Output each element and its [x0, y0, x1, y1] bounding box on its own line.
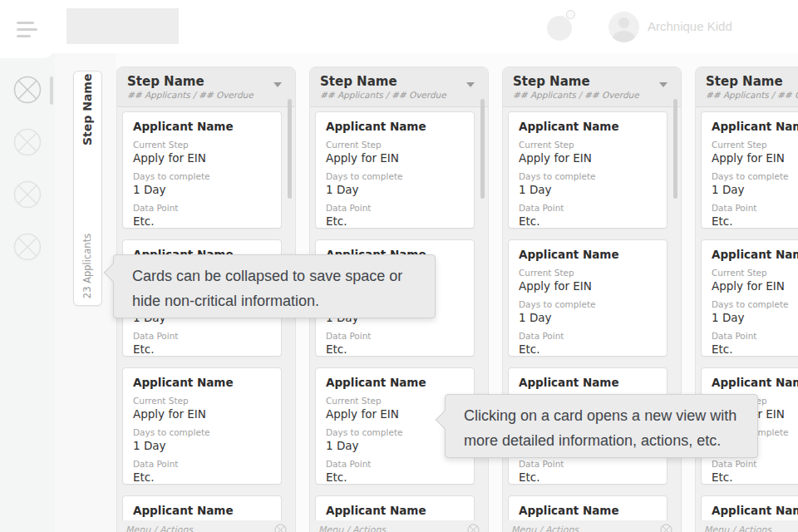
card-field-value: Etc. [519, 470, 657, 484]
tooltip-text: Cards can be collapsed to save space or … [132, 268, 402, 309]
card-field-label: Current Step [519, 268, 657, 278]
column-scrollbar[interactable] [673, 99, 677, 199]
card-field-label: Current Step [519, 140, 657, 150]
applicant-card[interactable]: Applicant NameCurrent StepApply for EIND… [701, 111, 798, 229]
card-field-label: Data Point [133, 203, 271, 213]
card-field-label: Data Point [326, 459, 464, 469]
card-field-value: Apply for EIN [519, 151, 657, 165]
applicant-name: Applicant Name [712, 376, 798, 389]
column-card-list: Applicant NameCurrent StepApply for EIND… [315, 111, 475, 532]
applicant-name: Applicant Name [519, 504, 657, 517]
column-card-list: Applicant NameCurrent StepApply for EIND… [701, 111, 798, 532]
user-name[interactable]: Archnique Kidd [648, 19, 732, 33]
applicant-name: Applicant Name [133, 376, 271, 389]
applicant-card[interactable]: Applicant NameCurrent StepApply for EIND… [701, 239, 798, 357]
card-field-label: Current Step [712, 268, 798, 278]
card-field-value: 1 Day [519, 183, 657, 196]
card-field-label: Data Point [712, 331, 798, 341]
card-field-label: Data Point [519, 203, 657, 213]
card-field-value: Etc. [519, 342, 657, 356]
applicant-name: Applicant Name [712, 248, 798, 261]
card-field-value: 1 Day [133, 183, 271, 196]
card-field-label: Current Step [133, 396, 271, 406]
card-field-value: 1 Day [519, 311, 657, 324]
circle-x-icon[interactable] [660, 524, 672, 532]
chevron-down-icon[interactable] [659, 82, 667, 87]
circle-x-icon[interactable] [467, 524, 480, 532]
column-subtitle: ## Applicants / ## Overdue [320, 90, 478, 100]
card-field-label: Data Point [519, 331, 657, 341]
column-footer-label: Menu / Actions [511, 525, 579, 532]
card-field-label: Data Point [519, 459, 657, 469]
card-field-value: 1 Day [133, 439, 271, 452]
card-field-label: Days to complete [326, 171, 464, 181]
card-field-value: Etc. [712, 342, 798, 356]
card-field-value: Etc. [519, 214, 657, 228]
column-header[interactable]: Step Name## Applicants / ## Overdue [696, 67, 798, 107]
column-scrollbar[interactable] [480, 99, 485, 199]
column-subtitle: ## Applicants / ## Overdue [706, 90, 798, 100]
column-footer-label: Menu / Actions [126, 525, 193, 532]
card-field-label: Days to complete [133, 171, 271, 181]
card-field-value: Apply for EIN [133, 151, 271, 165]
column-scrollbar[interactable] [288, 99, 292, 199]
column-subtitle: ## Applicants / ## Overdue [513, 90, 671, 100]
hamburger-bar [17, 28, 37, 31]
column-title: Step Name [320, 74, 478, 89]
hamburger-bar [17, 22, 34, 24]
column-title: Step Name [127, 74, 285, 89]
card-field-value: Apply for EIN [519, 279, 657, 293]
column-header[interactable]: Step Name## Applicants / ## Overdue [503, 67, 681, 107]
card-field-value: Etc. [133, 214, 271, 228]
hamburger-menu-icon[interactable] [17, 20, 40, 38]
card-field-value: Etc. [133, 470, 271, 484]
applicant-name: Applicant Name [519, 376, 657, 389]
column-footer-menu[interactable]: Menu / Actions [310, 520, 488, 532]
applicant-card[interactable]: Applicant NameCurrent StepApply for EIND… [122, 111, 282, 229]
column-header[interactable]: Step Name## Applicants / ## Overdue [310, 67, 488, 107]
bell-icon[interactable] [547, 16, 572, 41]
chevron-down-icon[interactable] [273, 82, 282, 87]
applicant-card[interactable]: Applicant NameCurrent StepApply for EIND… [122, 367, 282, 485]
applicant-name: Applicant Name [519, 120, 657, 133]
card-field-label: Days to complete [519, 171, 657, 181]
card-field-label: Days to complete [712, 171, 798, 181]
tooltip-text: Clicking on a card opens a new view with… [464, 407, 736, 449]
chevron-down-icon[interactable] [466, 82, 475, 87]
card-field-label: Current Step [133, 140, 271, 150]
column-title: Step Name [706, 74, 798, 89]
card-field-label: Current Step [326, 140, 464, 150]
card-field-value: Apply for EIN [712, 151, 798, 165]
applicant-name: Applicant Name [712, 120, 798, 133]
card-field-label: Days to complete [326, 427, 464, 437]
card-field-label: Days to complete [519, 299, 657, 309]
card-field-value: 1 Day [326, 183, 464, 196]
card-field-label: Current Step [712, 140, 798, 150]
column-header[interactable]: Step Name## Applicants / ## Overdue [117, 67, 295, 107]
column-footer-menu[interactable]: Menu / Actions [696, 520, 798, 532]
column-subtitle: ## Applicants / ## Overdue [127, 90, 285, 100]
avatar[interactable] [608, 12, 639, 42]
card-field-label: Data Point [712, 203, 798, 213]
applicant-card[interactable]: Applicant NameCurrent StepApply for EIND… [508, 111, 667, 229]
column-footer-label: Menu / Actions [318, 525, 386, 532]
card-field-label: Current Step [326, 396, 464, 406]
applicant-name: Applicant Name [326, 120, 464, 133]
applicant-name: Applicant Name [519, 248, 657, 261]
tooltip-card-click-hint: Clicking on a card opens a new view with… [445, 394, 758, 458]
applicant-name: Applicant Name [133, 120, 271, 133]
card-field-value: Etc. [712, 214, 798, 228]
collapsed-column-title[interactable]: Step Name [81, 79, 94, 145]
column-card-list: Applicant NameCurrent StepApply for EIND… [122, 111, 282, 532]
applicant-name: Applicant Name [712, 504, 798, 517]
card-field-label: Data Point [326, 331, 464, 341]
applicant-card[interactable]: Applicant NameCurrent StepApply for EIND… [315, 111, 475, 229]
tooltip-collapse-hint: Cards can be collapsed to save space or … [113, 254, 436, 318]
column-title: Step Name [513, 74, 671, 89]
column-footer-menu[interactable]: Menu / Actions [503, 520, 681, 532]
circle-x-icon[interactable] [274, 524, 287, 532]
card-field-value: Etc. [326, 214, 464, 228]
column-footer-menu[interactable]: Menu / Actions [117, 520, 295, 532]
applicant-card[interactable]: Applicant NameCurrent StepApply for EIND… [508, 239, 667, 357]
applicant-name: Applicant Name [326, 504, 464, 517]
